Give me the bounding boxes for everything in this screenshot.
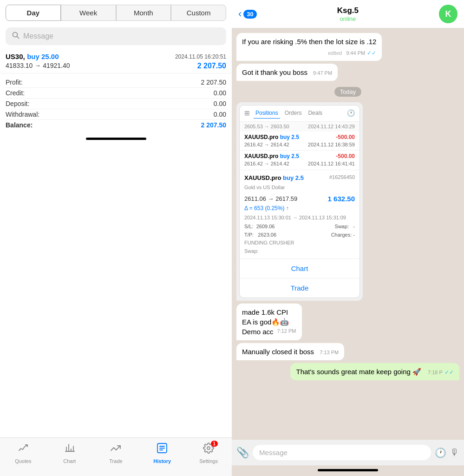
tab-orders[interactable]: Orders [283, 108, 304, 119]
msg-check-1: ✓✓ [367, 50, 376, 56]
card-delta: Δ = 653 (0.25%) ↑ [244, 205, 355, 212]
msg-time-6: 7:18 P [428, 370, 443, 375]
card-funding: FUNDING CRUSHER [244, 239, 355, 246]
message-1: If you are risking .5% then the lot size… [236, 33, 459, 61]
nav-chart[interactable]: Chart [51, 443, 88, 464]
svg-line-1 [17, 37, 19, 39]
right-home-bar [232, 465, 464, 476]
credit-value: 0.00 [214, 89, 226, 97]
summary-withdrawal-row: Withdrawal: 0.00 [6, 109, 226, 120]
msg-time-4: 7:12 PM [277, 328, 296, 335]
message-4: made 1.6k CPI EA is god🔥🤖 Demo acc 7:12 … [236, 304, 459, 340]
profit-value: 2 207.50 [201, 79, 227, 86]
msg-text-2: Got it thank you boss [242, 68, 307, 76]
nav-quotes-label: Quotes [15, 458, 31, 464]
search-placeholder-text: Message [23, 32, 53, 40]
bubble-card: ⊞ Positions Orders Deals 🕐 2605.53 → 260… [236, 102, 363, 301]
msg-text-5: Manually closed it boss [242, 348, 314, 356]
nav-settings-label: Settings [199, 458, 218, 464]
trade-card: ⊞ Positions Orders Deals 🕐 2605.53 → 260… [239, 105, 360, 298]
card-trade-button[interactable]: Trade [240, 278, 359, 298]
date-divider-today: Today [236, 87, 459, 96]
period-custom-button[interactable]: Custom [171, 5, 226, 21]
card-trade-main-2: XAUUSD.pro buy 2.5 -500.00 [244, 152, 355, 160]
balance-value: 2 207.50 [201, 121, 227, 129]
card-datetime: 2024.11.13 15:30:01 → 2024.11.13 15:31:0… [244, 214, 355, 221]
msg-text-6: That's sounds great mate keep going 🚀 [296, 368, 421, 376]
nav-trade[interactable]: Trade [97, 443, 134, 464]
card-trade-row-1: XAUUSD.pro buy 2.5 -500.00 2616.42 → 261… [240, 132, 359, 151]
trade-entry: US30, buy 25.00 2024.11.05 16:20:51 4183… [0, 49, 232, 73]
filter-icon: ⊞ [244, 109, 250, 118]
username: Ksg.5 [261, 6, 434, 15]
card-row-header: 2605.53 → 2603.50 2024.11.12 14:43:29 [240, 122, 359, 132]
card-prices: 2611.06 → 2617.59 1 632.50 [244, 194, 355, 204]
trade-icon [110, 443, 121, 456]
message-2: Got it thank you boss 9:47 PM [236, 64, 459, 81]
period-week-button[interactable]: Week [61, 5, 116, 21]
bubble-2: Got it thank you boss 9:47 PM [236, 64, 338, 81]
card-header: ⊞ Positions Orders Deals 🕐 [240, 106, 359, 122]
card-symbol-1: XAUUSD.pro buy 2.5 [244, 133, 299, 141]
tg-header: ‹ 30 Ksg.5 online K [232, 0, 464, 28]
message-5: Manually closed it boss 7:13 PM [236, 343, 459, 360]
message-input[interactable]: Message [253, 445, 431, 460]
card-tabs: Positions Orders Deals [254, 108, 324, 119]
left-home-bar [0, 134, 232, 145]
trade-header: US30, buy 25.00 2024.11.05 16:20:51 [6, 53, 226, 61]
emoji-recent-button[interactable]: 🕐 [435, 447, 446, 458]
search-icon [12, 32, 20, 41]
msg-time-2: 9:47 PM [313, 70, 332, 76]
nav-history[interactable]: History [144, 443, 181, 464]
nav-quotes[interactable]: Quotes [5, 443, 42, 464]
card-actions: Chart Trade [240, 259, 359, 298]
right-panel: ‹ 30 Ksg.5 online K If you are risking .… [232, 0, 464, 476]
mic-button[interactable]: 🎙 [450, 447, 459, 458]
card-detail-header: XAUUSD.pro buy 2.5 #16256450 [244, 174, 355, 182]
withdrawal-label: Withdrawal: [6, 111, 39, 118]
summary-profit-row: Profit: 2 207.50 [6, 77, 226, 88]
bubble-1: If you are risking .5% then the lot size… [236, 33, 382, 61]
date-text: Today [334, 87, 362, 97]
trade-price-range: 41833.10 → 41921.40 [6, 62, 70, 70]
nav-settings[interactable]: 1 Settings [190, 443, 227, 464]
card-pnl-2: -500.00 [336, 152, 355, 160]
credit-label: Credit: [6, 89, 25, 97]
trade-datetime: 2024.11.05 16:20:51 [175, 53, 226, 60]
card-trade-row-2: XAUUSD.pro buy 2.5 -500.00 2616.42 → 261… [240, 151, 359, 170]
card-detail-symbol: XAUUSD.pro buy 2.5 [244, 174, 304, 182]
check-icon: ✓✓ [444, 369, 454, 376]
svg-point-11 [207, 447, 210, 450]
summary-balance-row: Balance: 2 207.50 [6, 120, 226, 130]
summary-credit-row: Credit: 0.00 [6, 88, 226, 99]
message-3-card: ⊞ Positions Orders Deals 🕐 2605.53 → 260… [236, 102, 459, 301]
search-bar[interactable]: Message [6, 27, 226, 45]
chart-icon [64, 443, 75, 456]
avatar[interactable]: K [439, 5, 457, 23]
chat-area[interactable]: If you are risking .5% then the lot size… [232, 28, 464, 440]
period-day-button[interactable]: Day [6, 5, 61, 21]
tab-deals[interactable]: Deals [306, 108, 324, 119]
settings-badge: 1 [211, 441, 218, 447]
balance-label: Balance: [6, 121, 33, 129]
back-button[interactable]: ‹ 30 [238, 8, 257, 20]
back-chevron-icon: ‹ [238, 8, 242, 20]
trade-pnl: 2 207.50 [197, 62, 226, 70]
bubble-4: made 1.6k CPI EA is god🔥🤖 Demo acc 7:12 … [236, 304, 302, 340]
trade-title: US30, buy 25.00 [6, 53, 59, 61]
period-month-button[interactable]: Month [116, 5, 171, 21]
msg-edited-1: edited [328, 50, 343, 56]
card-swap-row: Swap: [244, 248, 355, 255]
tab-positions[interactable]: Positions [254, 108, 280, 119]
msg-time-1: 9:44 PM [346, 50, 365, 56]
msg-time-5: 7:13 PM [320, 350, 339, 355]
card-profit: 1 632.50 [328, 194, 355, 204]
card-pnl-1: -500.00 [336, 133, 355, 141]
card-chart-button[interactable]: Chart [240, 259, 359, 278]
home-indicator-right [318, 469, 378, 471]
card-sl-tp: S/L: 2609.06 Swap: - [244, 223, 355, 230]
profit-label: Profit: [6, 79, 23, 86]
message-placeholder: Message [259, 449, 288, 456]
quotes-icon [18, 443, 29, 456]
attach-button[interactable]: 📎 [236, 447, 249, 459]
